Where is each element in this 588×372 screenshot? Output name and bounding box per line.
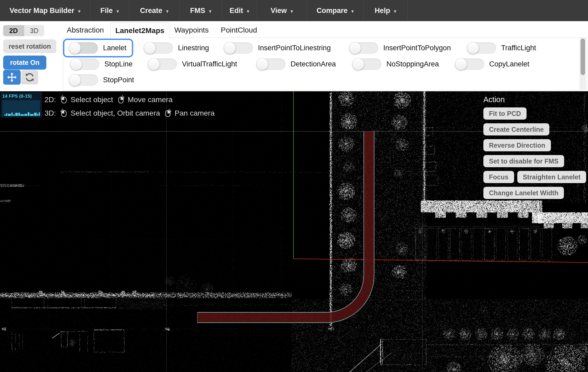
tab-pointcloud[interactable]: PointCloud bbox=[217, 22, 261, 38]
focus-button[interactable]: Focus bbox=[483, 171, 514, 183]
menu-fms[interactable]: FMS ▾ bbox=[180, 0, 222, 21]
vector-map-builder-app: { "menubar": { "caret": "▾", "items": [ … bbox=[0, 0, 588, 372]
reverse-direction-button[interactable]: Reverse Direction bbox=[483, 139, 551, 151]
toggle-label: VirtualTrafficLight bbox=[182, 60, 237, 68]
switch-knob[interactable] bbox=[148, 58, 160, 70]
action-panel: Action Fit to PCD Create Centerline Reve… bbox=[483, 95, 588, 203]
menu-label: View bbox=[271, 7, 287, 15]
toggle-switch[interactable] bbox=[148, 58, 177, 70]
menu-label: Compare bbox=[317, 7, 348, 15]
switch-knob[interactable] bbox=[467, 42, 479, 54]
tab-waypoints[interactable]: Waypoints bbox=[172, 22, 211, 38]
reset-rotation-button[interactable]: reset rotation bbox=[3, 39, 56, 53]
menu-label: FMS bbox=[190, 7, 205, 15]
chevron-down-icon: ▾ bbox=[247, 8, 250, 14]
toggle-switch[interactable] bbox=[467, 42, 496, 54]
chevron-down-icon: ▾ bbox=[291, 8, 293, 14]
toggle-stoppoint[interactable]: StopPoint bbox=[69, 74, 134, 86]
toggle-insertpointtolinestring[interactable]: InsertPointToLinestring bbox=[224, 42, 331, 54]
mouse-instructions: 2D: Select object Move camera bbox=[44, 93, 216, 120]
menu-label: Create bbox=[140, 7, 162, 15]
set-disable-fms-button[interactable]: Set to disable for FMS bbox=[483, 155, 564, 167]
toggle-switch[interactable] bbox=[144, 42, 173, 54]
toggle-label: CopyLanelet bbox=[489, 60, 529, 68]
toggle-switch[interactable] bbox=[455, 58, 484, 70]
menubar: Vector Map Builder ▾ File ▾ Create ▾ FMS… bbox=[0, 0, 588, 21]
pan-mode-button[interactable] bbox=[3, 70, 21, 85]
instr-2d-select: Select object bbox=[71, 96, 113, 104]
switch-knob[interactable] bbox=[224, 42, 236, 54]
rotate-mode-button[interactable] bbox=[21, 70, 38, 84]
toggle-label: InsertPointToLinestring bbox=[258, 44, 331, 52]
toggle-switch[interactable] bbox=[70, 58, 99, 70]
toggle-switch[interactable] bbox=[256, 58, 286, 70]
menu-file[interactable]: File ▾ bbox=[90, 0, 129, 21]
mode-3d-button[interactable]: 3D bbox=[24, 25, 44, 36]
map-viewport: 14 FPS (0-15) 2D: Select object bbox=[0, 91, 588, 372]
panel-scrollbar-thumb[interactable] bbox=[581, 39, 585, 75]
fps-label: 14 FPS (0-15) bbox=[1, 92, 42, 99]
menu-vector-map-builder[interactable]: Vector Map Builder ▾ bbox=[0, 0, 90, 21]
mouse-left-click-icon bbox=[60, 109, 68, 117]
rotate-on-button[interactable]: rotate On bbox=[3, 56, 46, 70]
chevron-down-icon: ▾ bbox=[351, 8, 354, 14]
toggle-lanelet[interactable]: Lanelet bbox=[63, 39, 133, 57]
menu-label: Edit bbox=[230, 7, 243, 15]
menu-label: Help bbox=[375, 7, 390, 15]
toggle-label: StopLine bbox=[104, 60, 133, 68]
fit-to-pcd-button[interactable]: Fit to PCD bbox=[483, 107, 527, 120]
toggle-switch[interactable] bbox=[69, 74, 98, 86]
tab-lanelet2maps[interactable]: Lanelet2Maps bbox=[110, 22, 169, 38]
mode-2d-button[interactable]: 2D bbox=[3, 25, 24, 36]
chevron-down-icon: ▾ bbox=[166, 8, 169, 14]
move-arrows-icon bbox=[7, 72, 17, 82]
toggle-switch[interactable] bbox=[224, 42, 253, 54]
menu-compare[interactable]: Compare ▾ bbox=[307, 0, 364, 21]
switch-knob[interactable] bbox=[69, 74, 81, 86]
toggle-switch[interactable] bbox=[349, 42, 378, 54]
create-centerline-button[interactable]: Create Centerline bbox=[483, 123, 549, 135]
instr-3d-prefix: 3D: bbox=[44, 109, 56, 117]
tab-abstraction[interactable]: Abstraction bbox=[64, 22, 107, 38]
chevron-down-icon: ▾ bbox=[116, 8, 119, 14]
toggle-nostoppingarea[interactable]: NoStoppingArea bbox=[352, 58, 439, 70]
toggle-switch[interactable] bbox=[352, 58, 381, 70]
menu-help[interactable]: Help ▾ bbox=[364, 0, 408, 21]
switch-knob[interactable] bbox=[256, 58, 268, 70]
switch-knob[interactable] bbox=[352, 58, 364, 70]
menu-edit[interactable]: Edit ▾ bbox=[222, 0, 257, 21]
switch-knob[interactable] bbox=[70, 58, 82, 70]
fps-graph bbox=[2, 100, 40, 116]
toggle-trafficlight[interactable]: TrafficLight bbox=[467, 42, 536, 54]
toggle-virtualtrafficlight[interactable]: VirtualTrafficLight bbox=[148, 58, 237, 70]
toggle-linestring[interactable]: Linestring bbox=[144, 42, 209, 54]
chevron-down-icon: ▾ bbox=[209, 8, 212, 14]
instr-3d-pan: Pan camera bbox=[175, 109, 215, 117]
fps-meter: 14 FPS (0-15) bbox=[1, 92, 42, 118]
instr-3d-select-orbit: Select object, Orbit camera bbox=[71, 109, 160, 117]
toggle-stopline[interactable]: StopLine bbox=[70, 58, 133, 70]
switch-knob[interactable] bbox=[69, 42, 81, 54]
toggle-label: Linestring bbox=[178, 44, 209, 52]
instr-2d-prefix: 2D: bbox=[44, 96, 56, 104]
menu-label: File bbox=[100, 7, 113, 15]
chevron-down-icon: ▾ bbox=[78, 8, 81, 14]
toggle-label: Lanelet bbox=[103, 44, 127, 52]
menu-create[interactable]: Create ▾ bbox=[129, 0, 180, 21]
switch-knob[interactable] bbox=[144, 42, 156, 54]
toggle-label: DetectionArea bbox=[291, 60, 336, 68]
toggle-label: InsertPointToPolygon bbox=[383, 44, 451, 52]
dimension-toggle: 2D 3D bbox=[3, 25, 44, 36]
toggle-copylanelet[interactable]: CopyLanelet bbox=[455, 58, 529, 70]
straighten-lanelet-button[interactable]: Straighten Lanelet bbox=[517, 171, 586, 183]
switch-knob[interactable] bbox=[349, 42, 361, 54]
menu-view[interactable]: View ▾ bbox=[257, 0, 307, 21]
change-lanelet-width-button[interactable]: Change Lanelet Width bbox=[483, 187, 564, 199]
instr-2d-move: Move camera bbox=[128, 96, 173, 104]
toggle-label: NoStoppingArea bbox=[386, 60, 439, 68]
toggle-insertpointtopolygon[interactable]: InsertPointToPolygon bbox=[349, 42, 451, 54]
toggle-detectionarea[interactable]: DetectionArea bbox=[256, 58, 336, 70]
mouse-right-click-icon bbox=[164, 109, 171, 117]
toggle-switch[interactable] bbox=[69, 42, 98, 54]
switch-knob[interactable] bbox=[455, 58, 467, 70]
